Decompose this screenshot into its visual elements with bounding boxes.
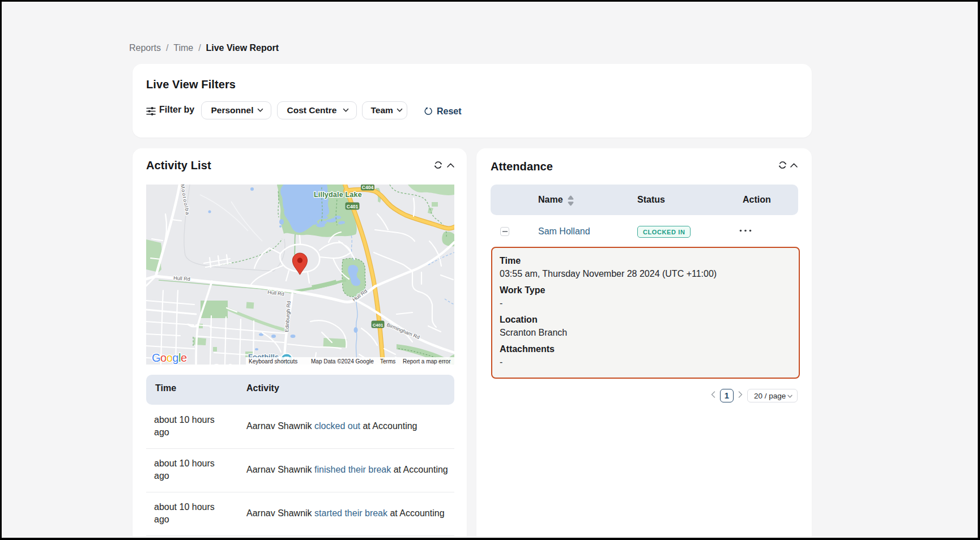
svg-text:C401: C401 [373,323,384,328]
svg-text:Hull Rd: Hull Rd [173,275,190,282]
svg-text:Lillydale Lake: Lillydale Lake [314,191,362,199]
svg-text:Map Data ©2024 Google: Map Data ©2024 Google [311,358,374,365]
svg-text:Terms: Terms [380,358,395,365]
svg-text:Keyboard shortcuts: Keyboard shortcuts [249,358,297,365]
svg-text:C404: C404 [362,185,374,190]
svg-text:Google: Google [152,352,187,364]
svg-text:Report a map error: Report a map error [403,358,451,365]
svg-text:C401: C401 [347,204,359,209]
